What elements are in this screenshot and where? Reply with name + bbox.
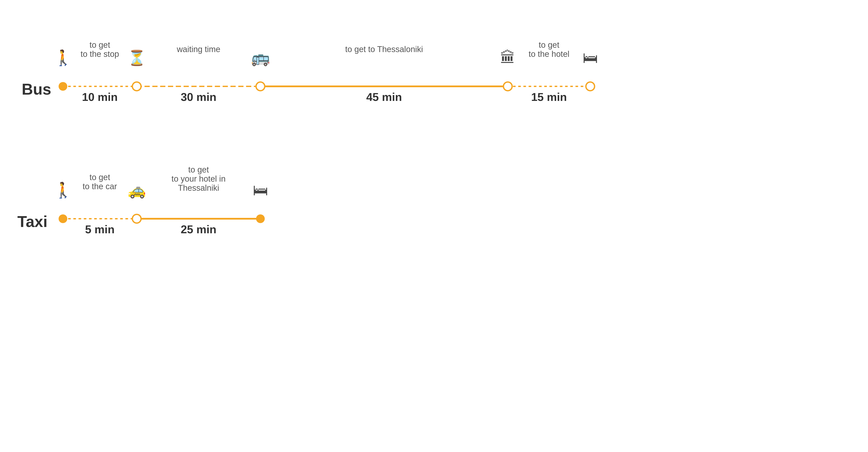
taxi-timeline-svg: 🚶 🚕 🛏 to get to the car to get to your h… bbox=[13, 202, 838, 258]
svg-text:25 min: 25 min bbox=[181, 223, 217, 236]
svg-text:🛏: 🛏 bbox=[253, 182, 268, 199]
bus-node-start bbox=[59, 82, 67, 91]
svg-text:to get to Thessaloniki: to get to Thessaloniki bbox=[345, 45, 423, 54]
svg-text:30 min: 30 min bbox=[181, 91, 217, 103]
svg-text:to your hotel in: to your hotel in bbox=[172, 174, 225, 183]
svg-text:5 min: 5 min bbox=[85, 223, 115, 236]
svg-text:15 min: 15 min bbox=[531, 91, 567, 103]
bus-node-4 bbox=[503, 82, 512, 91]
svg-text:🏛: 🏛 bbox=[500, 49, 516, 66]
svg-text:to the stop: to the stop bbox=[81, 50, 119, 59]
svg-text:to the car: to the car bbox=[83, 182, 117, 191]
bus-node-3 bbox=[256, 82, 265, 91]
svg-text:waiting time: waiting time bbox=[177, 45, 220, 54]
diagram-container: Bus 🚶 ⏳ bbox=[0, 0, 868, 452]
bus-timeline-svg: 🚶 ⏳ 🚌 🏛 🛏 to get to the stop waiting tim… bbox=[13, 69, 838, 126]
svg-text:🚌: 🚌 bbox=[251, 49, 270, 67]
svg-text:🚶: 🚶 bbox=[54, 181, 73, 199]
svg-text:to get: to get bbox=[89, 40, 110, 50]
taxi-node-start bbox=[59, 214, 67, 223]
bus-node-end bbox=[586, 82, 595, 91]
svg-text:to get: to get bbox=[538, 40, 559, 50]
svg-text:🛏: 🛏 bbox=[583, 49, 598, 66]
svg-text:10 min: 10 min bbox=[82, 91, 118, 103]
svg-text:🚕: 🚕 bbox=[128, 181, 146, 199]
svg-text:⏳: ⏳ bbox=[128, 49, 146, 67]
svg-text:Thessalniki: Thessalniki bbox=[178, 183, 219, 192]
svg-text:to the hotel: to the hotel bbox=[529, 50, 569, 59]
svg-text:to get: to get bbox=[188, 165, 209, 174]
taxi-node-end bbox=[256, 214, 265, 223]
svg-text:to get: to get bbox=[89, 173, 110, 182]
svg-text:🚶: 🚶 bbox=[54, 49, 73, 67]
bus-node-2 bbox=[132, 82, 141, 91]
svg-text:45 min: 45 min bbox=[366, 91, 402, 103]
taxi-node-2 bbox=[132, 214, 141, 223]
